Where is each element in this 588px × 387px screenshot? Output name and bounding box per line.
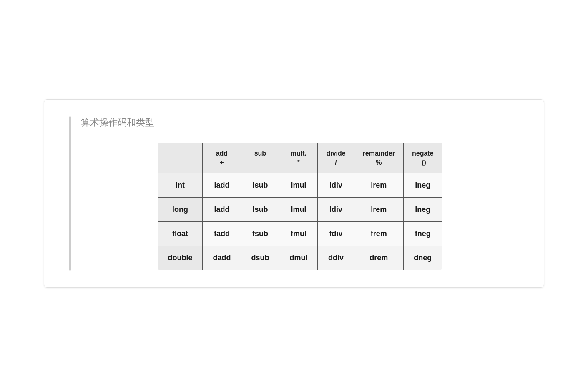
cell-ladd: ladd [203, 198, 241, 222]
cell-isub: isub [241, 173, 279, 198]
cell-fadd: fadd [203, 222, 241, 246]
table-row: int iadd isub imul idiv irem ineg [157, 173, 442, 198]
cell-fneg: fneg [404, 222, 442, 246]
left-accent [69, 116, 71, 271]
cell-dneg: dneg [404, 246, 442, 271]
cell-dmul: dmul [279, 246, 318, 271]
page-container: 算术操作码和类型 add+ sub- mult.* divide/ remain… [44, 99, 544, 288]
cell-lsub: lsub [241, 198, 279, 222]
cell-iadd: iadd [203, 173, 241, 198]
cell-fmul: fmul [279, 222, 318, 246]
cell-frem: frem [354, 222, 403, 246]
table-row: double dadd dsub dmul ddiv drem dneg [157, 246, 442, 271]
cell-fsub: fsub [241, 222, 279, 246]
col-header-divide: divide/ [318, 143, 354, 173]
row-type-float: float [157, 222, 203, 246]
cell-fdiv: fdiv [318, 222, 354, 246]
table-row: long ladd lsub lmul ldiv lrem lneg [157, 198, 442, 222]
table-row: float fadd fsub fmul fdiv frem fneg [157, 222, 442, 246]
row-type-long: long [157, 198, 203, 222]
cell-ineg: ineg [404, 173, 442, 198]
col-header-add: add+ [203, 143, 241, 173]
row-type-int: int [157, 173, 203, 198]
cell-lrem: lrem [354, 198, 403, 222]
table-wrapper: add+ sub- mult.* divide/ remainder% nega… [81, 142, 519, 271]
cell-drem: drem [354, 246, 403, 271]
cell-lneg: lneg [404, 198, 442, 222]
row-type-double: double [157, 246, 203, 271]
cell-lmul: lmul [279, 198, 318, 222]
cell-dsub: dsub [241, 246, 279, 271]
page-title: 算术操作码和类型 [81, 116, 519, 129]
table-header-row: add+ sub- mult.* divide/ remainder% nega… [157, 143, 442, 173]
cell-dadd: dadd [203, 246, 241, 271]
content-area: 算术操作码和类型 add+ sub- mult.* divide/ remain… [81, 116, 519, 271]
cell-ldiv: ldiv [318, 198, 354, 222]
arithmetic-table: add+ sub- mult.* divide/ remainder% nega… [157, 142, 442, 271]
col-header-type [157, 143, 203, 173]
col-header-mult: mult.* [279, 143, 318, 173]
cell-idiv: idiv [318, 173, 354, 198]
cell-irem: irem [354, 173, 403, 198]
cell-imul: imul [279, 173, 318, 198]
col-header-negate: negate-() [404, 143, 442, 173]
cell-ddiv: ddiv [318, 246, 354, 271]
col-header-sub: sub- [241, 143, 279, 173]
col-header-remainder: remainder% [354, 143, 403, 173]
left-border-container: 算术操作码和类型 add+ sub- mult.* divide/ remain… [69, 116, 519, 271]
